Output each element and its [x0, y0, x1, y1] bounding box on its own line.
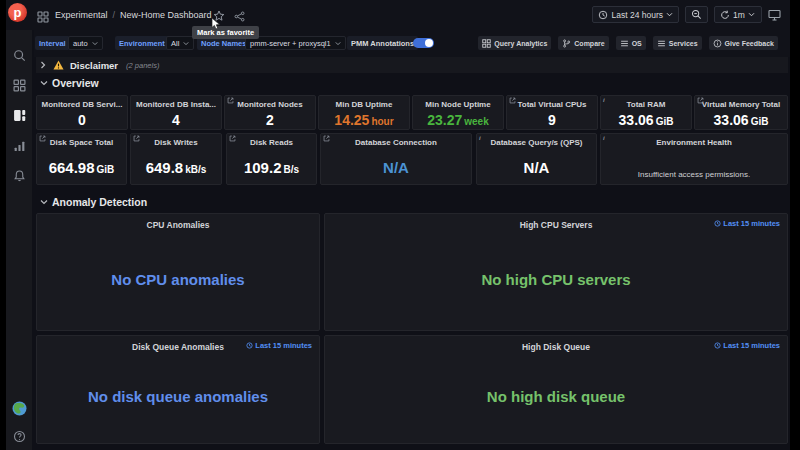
info-icon[interactable]: i [479, 135, 481, 141]
services-label: Services [669, 40, 698, 47]
external-link-icon[interactable] [227, 97, 234, 104]
node-names-select[interactable]: pmm-server + proxysql1 [245, 36, 346, 50]
row-disclaimer[interactable]: Disclaimer (2 panels) [36, 57, 788, 73]
query-analytics-button[interactable]: Query Analytics [478, 36, 551, 50]
stat-value: 14.25 [334, 112, 369, 128]
stat-value: 23.27 [427, 112, 462, 128]
external-link-icon[interactable] [509, 97, 516, 104]
apps-grid-icon[interactable] [37, 11, 49, 23]
panel-title: Database Connection [321, 134, 471, 147]
badge-label: Last 15 minutes [255, 341, 312, 350]
panel-title: Disk Space Total [37, 134, 126, 147]
panel-title: Virtual Memory Total [695, 96, 787, 109]
tooltip-mark-favorite: Mark as favorite [192, 26, 259, 39]
warning-icon [53, 60, 64, 70]
panel-high-cpu-servers[interactable]: High CPU Servers Last 15 minutes No high… [324, 213, 788, 331]
stat-value: 2 [266, 112, 274, 128]
time-range-badge[interactable]: Last 15 minutes [246, 341, 312, 350]
alerts-bell-icon[interactable] [13, 169, 26, 182]
give-feedback-button[interactable]: Give Feedback [709, 36, 778, 50]
panel-total-ram[interactable]: i Total RAM 33.06GiB [600, 95, 692, 130]
search-icon[interactable] [13, 49, 26, 62]
external-link-icon[interactable] [697, 97, 704, 104]
external-link-icon[interactable] [39, 135, 46, 142]
info-icon[interactable]: i [603, 135, 605, 141]
panel-cpu-anomalies[interactable]: CPU Anomalies No CPU anomalies [36, 213, 320, 331]
panel-min-node-uptime[interactable]: Min Node Uptime 23.27week [412, 95, 504, 130]
breadcrumb: Experimental / New-Home Dashboard [55, 10, 212, 20]
external-link-icon[interactable] [323, 135, 330, 142]
chevron-down-icon [40, 199, 48, 205]
analytics-chart-icon[interactable] [13, 139, 26, 152]
stat-unit: week [464, 116, 488, 127]
info-icon[interactable]: i [603, 97, 605, 103]
panel-monitored-nodes[interactable]: Monitored Nodes 2 [224, 95, 316, 130]
panel-monitored-db-services[interactable]: Monitored DB Servi... 0 [36, 95, 128, 130]
stat-unit: GiB [751, 116, 769, 127]
panel-title: Database Query/s (QPS) [477, 134, 596, 147]
stat-value: N/A [383, 159, 409, 176]
panel-total-virtual-cpus[interactable]: Total Virtual CPUs 9 [506, 95, 598, 130]
clock-icon [714, 342, 721, 349]
toolbar-buttons: Query Analytics Compare OS Services Give… [478, 36, 778, 50]
os-button[interactable]: OS [616, 36, 646, 50]
panel-high-disk-queue[interactable]: High Disk Queue Last 15 minutes No high … [324, 335, 788, 444]
stat-value: 664.98 [49, 159, 95, 176]
pmm-annotations-label: PMM Annotations [347, 36, 418, 50]
interval-label[interactable]: Interval [35, 36, 70, 50]
row-overview[interactable]: Overview [40, 77, 99, 89]
badge-label: Last 15 minutes [723, 341, 780, 350]
share-icon[interactable] [234, 11, 245, 22]
chevron-down-icon [92, 41, 98, 46]
badge-label: Last 15 minutes [723, 219, 780, 228]
pmm-annotations-toggle[interactable] [413, 38, 434, 48]
time-range-picker[interactable]: Last 24 hours [592, 6, 679, 23]
dashboards-icon[interactable] [13, 109, 26, 122]
compare-icon [562, 39, 571, 48]
panel-virtual-memory-total[interactable]: Virtual Memory Total 33.06GiB [694, 95, 788, 130]
breadcrumb-dashboard[interactable]: New-Home Dashboard [120, 10, 212, 20]
panel-title: Min Node Uptime [413, 96, 503, 109]
os-list-icon [620, 39, 629, 48]
environment-select[interactable]: All [166, 36, 194, 50]
time-controls: Last 24 hours 1m [592, 6, 781, 23]
zoom-out-button[interactable] [685, 6, 708, 23]
compare-button[interactable]: Compare [558, 36, 608, 50]
panel-disk-queue-anomalies[interactable]: Disk Queue Anomalies Last 15 minutes No … [36, 335, 320, 444]
app-window: p Experimental / New-Home Dashboard Mark… [6, 0, 790, 450]
chevron-right-icon [40, 61, 46, 69]
chevron-down-icon [748, 12, 755, 17]
panel-disk-writes[interactable]: Disk Writes 649.8kB/s [130, 133, 222, 185]
services-button[interactable]: Services [653, 36, 702, 50]
breadcrumb-section[interactable]: Experimental [55, 10, 108, 20]
panel-database-connection[interactable]: Database Connection N/A [320, 133, 472, 185]
panel-environment-health[interactable]: i Environment Health Insufficient access… [600, 133, 788, 185]
environment-label[interactable]: Environment [115, 36, 169, 50]
row-anomaly-detection[interactable]: Anomaly Detection [40, 196, 147, 208]
tv-mode-icon[interactable] [768, 9, 781, 21]
percona-logo[interactable]: p [8, 3, 27, 22]
pmm-globe-icon[interactable] [12, 401, 27, 416]
panel-database-qps[interactable]: i Database Query/s (QPS) N/A [476, 133, 597, 185]
panel-title: Monitored DB Insta... [131, 96, 221, 109]
external-link-icon[interactable] [229, 135, 236, 142]
anomaly-message: No high CPU servers [325, 271, 787, 288]
time-range-badge[interactable]: Last 15 minutes [714, 341, 780, 350]
environment-health-message: Insufficient access permissions. [601, 170, 787, 179]
help-icon[interactable] [13, 430, 26, 443]
panel-disk-reads[interactable]: Disk Reads 109.2B/s [226, 133, 317, 185]
panel-min-db-uptime[interactable]: Min DB Uptime 14.25hour [318, 95, 410, 130]
panel-monitored-db-instances[interactable]: Monitored DB Insta... 4 [130, 95, 222, 130]
stat-unit: kB/s [185, 164, 206, 175]
row-disclaimer-title: Disclaimer [70, 60, 118, 71]
panel-disk-space-total[interactable]: Disk Space Total 664.98GiB [36, 133, 127, 185]
apps-icon[interactable] [13, 79, 26, 92]
external-link-icon[interactable] [133, 135, 140, 142]
refresh-picker[interactable]: 1m [714, 6, 762, 23]
interval-select[interactable]: auto [68, 36, 103, 50]
stat-value: 649.8 [146, 159, 184, 176]
panel-title: Total RAM [601, 96, 691, 109]
time-range-badge[interactable]: Last 15 minutes [714, 219, 780, 228]
query-analytics-icon [482, 39, 491, 48]
top-navbar: p Experimental / New-Home Dashboard Mark… [6, 0, 790, 30]
